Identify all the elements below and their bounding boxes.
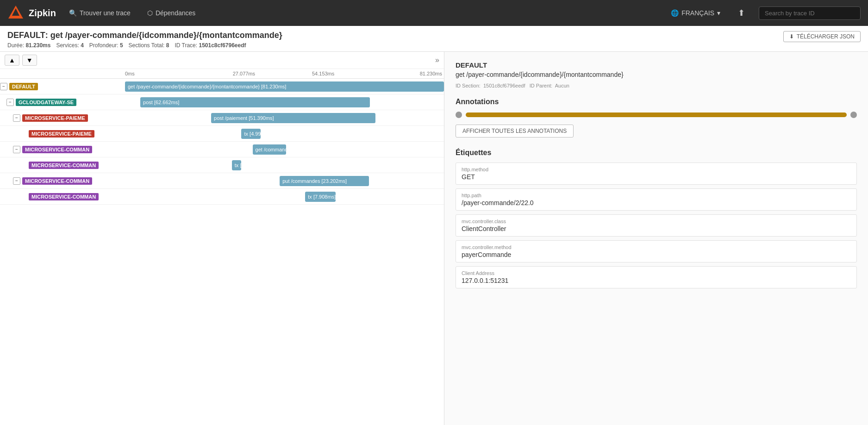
- nav-dependencies[interactable]: ⬡ Dépendances: [144, 7, 199, 19]
- collapse-button[interactable]: −: [13, 146, 20, 153]
- trace-row[interactable]: MICROSERVICE-PAIEMEtx [4.995ms]: [0, 126, 444, 142]
- tag-card: mvc.controller.classClientController: [456, 214, 857, 237]
- timeline-header: 0ms 27.077ms 54.153ms 81.230ms: [0, 69, 444, 79]
- collapse-button[interactable]: −: [6, 99, 14, 106]
- download-json-button[interactable]: ⬇ TÉLÉCHARGER JSON: [783, 31, 861, 42]
- tag-value: 127.0.0.1:51231: [462, 277, 851, 284]
- trace-row[interactable]: −DEFAULTget /payer-commande/{idcommande}…: [0, 79, 444, 94]
- trace-row[interactable]: MICROSERVICE-COMMANtx [7.908ms]: [0, 189, 444, 205]
- logo-wrap: Zipkin: [7, 5, 56, 21]
- row-bar-area: tx [7.908ms]: [125, 189, 444, 204]
- span-bar[interactable]: tx [4.995ms]: [241, 129, 260, 139]
- row-label-area: −DEFAULT: [0, 83, 125, 90]
- service-badge[interactable]: MICROSERVICE-PAIEME: [29, 130, 94, 138]
- row-label-area: −MICROSERVICE-COMMAN: [0, 146, 125, 153]
- title-bar: DEFAULT: get /payer-commande/{idcommande…: [0, 26, 868, 52]
- row-label-area: MICROSERVICE-COMMAN: [0, 162, 125, 169]
- detail-ids: ID Section: 1501c8cf6796eedf ID Parent: …: [456, 83, 857, 88]
- span-bar[interactable]: put /commandes [23.202ms]: [280, 176, 369, 186]
- tag-card: http.path/payer-commande/2/22.0: [456, 188, 857, 211]
- id-section-val: 1501c8cf6796eedf: [483, 83, 525, 88]
- id-parent-label: ID Parent:: [530, 83, 553, 88]
- main-layout: ▲ ▼ » 0ms 27.077ms 54.153ms 81.230ms −DE…: [0, 52, 868, 425]
- annotations-title: Annotations: [456, 98, 857, 106]
- trace-meta: Durée: 81.230ms Services: 4 Profondeur: …: [7, 42, 861, 49]
- timeline-container: 0ms 27.077ms 54.153ms 81.230ms −DEFAULTg…: [0, 69, 444, 425]
- row-label-area: −GCLOUDGATEWAY-SE: [0, 99, 125, 106]
- chevron-down-icon: ▾: [717, 9, 720, 17]
- collapse-button[interactable]: −: [13, 177, 20, 185]
- trace-row[interactable]: −GCLOUDGATEWAY-SEpost [62.662ms]: [0, 94, 444, 110]
- span-bar[interactable]: get /commandes/{id} [8.748ms]: [253, 144, 286, 155]
- trace-row[interactable]: −MICROSERVICE-COMMANput /commandes [23.2…: [0, 173, 444, 189]
- nav-find-trace[interactable]: 🔍 Trouver une trace: [65, 7, 134, 19]
- row-bar-area: get /commandes/{id} [8.748ms]: [125, 142, 444, 157]
- download-icon: ⬇: [789, 33, 794, 40]
- trace-rows: −DEFAULTget /payer-commande/{idcommande}…: [0, 79, 444, 205]
- service-badge[interactable]: MICROSERVICE-COMMAN: [22, 146, 92, 153]
- etiquettes-title: Étiquettes: [456, 149, 857, 157]
- search-nav-icon: 🔍: [69, 9, 77, 17]
- ann-dot-right: [850, 112, 857, 118]
- id-section-label: ID Section:: [456, 83, 481, 88]
- app-header: Zipkin 🔍 Trouver une trace ⬡ Dépendances…: [0, 0, 868, 26]
- tag-value: GET: [462, 173, 851, 181]
- right-panel: DEFAULT get /payer-commande/{idcommande}…: [444, 52, 868, 425]
- language-selector[interactable]: 🌐 FRANÇAIS ▾: [667, 7, 724, 19]
- service-badge[interactable]: MICROSERVICE-PAIEME: [22, 114, 88, 122]
- row-bar-area: post /paiement [51.390ms]: [125, 110, 444, 125]
- trace-row[interactable]: MICROSERVICE-COMMANtx [2.393ms]: [0, 157, 444, 173]
- collapse-button[interactable]: −: [0, 83, 7, 90]
- tag-value: ClientController: [462, 225, 851, 232]
- time-label-0: 0ms: [125, 69, 204, 78]
- service-badge[interactable]: MICROSERVICE-COMMAN: [29, 193, 99, 200]
- tag-key: mvc.controller.method: [462, 244, 851, 250]
- row-bar-area: get /payer-commande/{idcommande}/{montan…: [125, 79, 444, 94]
- span-bar[interactable]: get /payer-commande/{idcommande}/{montan…: [125, 81, 444, 92]
- service-badge[interactable]: MICROSERVICE-COMMAN: [29, 162, 99, 169]
- span-bar[interactable]: tx [2.393ms]: [232, 160, 241, 170]
- span-bar[interactable]: post [62.662ms]: [140, 97, 370, 107]
- expand-panel-icon[interactable]: »: [435, 56, 439, 64]
- service-badge[interactable]: MICROSERVICE-COMMAN: [22, 177, 92, 185]
- trace-row[interactable]: −MICROSERVICE-COMMANget /commandes/{id} …: [0, 142, 444, 157]
- trace-row[interactable]: −MICROSERVICE-PAIEMEpost /paiement [51.3…: [0, 110, 444, 126]
- tag-card: mvc.controller.methodpayerCommande: [456, 240, 857, 262]
- expand-down-button[interactable]: ▼: [22, 55, 37, 66]
- service-badge[interactable]: DEFAULT: [9, 83, 38, 90]
- time-label-1: 27.077ms: [204, 69, 283, 78]
- span-bar[interactable]: tx [7.908ms]: [305, 192, 335, 202]
- row-bar-area: tx [2.393ms]: [125, 157, 444, 173]
- ann-bar: [466, 112, 847, 117]
- time-label-2: 54.153ms: [284, 69, 363, 78]
- row-label-area: −MICROSERVICE-PAIEME: [0, 114, 125, 122]
- tag-card: http.methodGET: [456, 162, 857, 185]
- show-annotations-button[interactable]: AFFICHER TOUTES LES ANNOTATIONS: [456, 125, 574, 138]
- annotations-bar: [456, 112, 857, 118]
- tag-value: /payer-commande/2/22.0: [462, 199, 851, 206]
- time-label-3: 81.230ms: [363, 69, 444, 78]
- detail-path: get /payer-commande/{idcommande}/{montan…: [456, 71, 857, 78]
- toolbar: ▲ ▼ »: [0, 52, 444, 69]
- row-label-area: MICROSERVICE-COMMAN: [0, 193, 125, 200]
- zipkin-logo-icon: [7, 5, 24, 21]
- service-badge[interactable]: GCLOUDGATEWAY-SE: [16, 99, 76, 106]
- tag-card: Client Address127.0.0.1:51231: [456, 266, 857, 288]
- row-bar-area: put /commandes [23.202ms]: [125, 173, 444, 188]
- ann-dot-left: [456, 112, 462, 118]
- trace-service-label: DEFAULT: [7, 31, 45, 40]
- tag-value: payerCommande: [462, 251, 851, 258]
- tag-key: http.method: [462, 167, 851, 172]
- detail-service: DEFAULT: [456, 61, 857, 69]
- collapse-up-button[interactable]: ▲: [5, 55, 19, 66]
- left-panel: ▲ ▼ » 0ms 27.077ms 54.153ms 81.230ms −DE…: [0, 52, 444, 425]
- span-bar[interactable]: post /paiement [51.390ms]: [211, 113, 375, 123]
- search-by-trace-id-input[interactable]: [759, 6, 861, 20]
- tag-cards: http.methodGEThttp.path/payer-commande/2…: [456, 162, 857, 288]
- row-bar-area: post [62.662ms]: [125, 94, 444, 110]
- tag-key: http.path: [462, 193, 851, 198]
- app-title: Zipkin: [29, 8, 56, 19]
- collapse-button[interactable]: −: [13, 114, 20, 122]
- upload-button[interactable]: ⬆: [733, 5, 749, 21]
- tag-key: mvc.controller.class: [462, 219, 851, 224]
